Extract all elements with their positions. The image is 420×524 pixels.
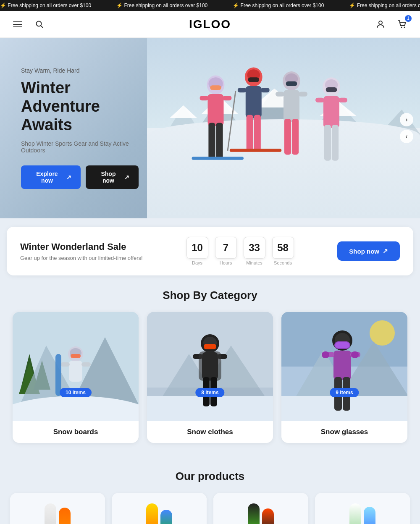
- board-shape-4b: [364, 507, 375, 524]
- board-shape-1a: [45, 503, 56, 524]
- clothes-badge: 8 items: [195, 388, 224, 396]
- hero-buttons: Explore now ↗ Shop now ↗: [21, 165, 139, 189]
- svg-rect-25: [192, 157, 244, 160]
- header-right: 1: [373, 17, 410, 32]
- hero-next-button[interactable]: ›: [400, 113, 413, 126]
- user-icon: [376, 20, 385, 29]
- svg-rect-31: [261, 87, 270, 92]
- svg-rect-46: [326, 87, 337, 92]
- svg-point-6: [401, 26, 402, 28]
- account-button[interactable]: [373, 17, 388, 32]
- hero-title: Winter Adventure Awaits: [21, 79, 139, 134]
- svg-rect-43: [292, 119, 299, 155]
- svg-rect-65: [81, 362, 91, 367]
- sale-title: Winter Wonderland Sale: [20, 241, 143, 252]
- svg-rect-78: [199, 351, 221, 381]
- svg-rect-33: [254, 115, 261, 151]
- days-label: Days: [186, 260, 208, 265]
- board-shape-3a: [248, 503, 260, 524]
- board-shape-4a: [349, 503, 361, 524]
- hamburger-icon: [13, 20, 22, 29]
- svg-point-83: [370, 320, 395, 346]
- board-shape-3b: [262, 508, 274, 524]
- svg-rect-40: [276, 92, 284, 96]
- logo[interactable]: IGLOO: [189, 18, 231, 31]
- svg-rect-42: [284, 119, 291, 155]
- board-display-3: [248, 499, 274, 524]
- announcement-text-3: ⚡ Free shipping on all orders over $100: [233, 3, 324, 8]
- seconds-label: Seconds: [272, 260, 294, 265]
- svg-rect-1: [13, 24, 22, 25]
- svg-rect-34: [230, 149, 282, 152]
- product-card-1[interactable]: [10, 493, 105, 524]
- countdown: 10 Days 7 Hours 33 Minutes 58 Seconds: [186, 237, 294, 265]
- glasses-scene-svg: [281, 312, 407, 421]
- countdown-hours: 7 Hours: [215, 237, 237, 265]
- snowboard-scene-svg: [13, 312, 139, 421]
- arrow-icon: ↗: [66, 174, 71, 181]
- board-shape-1b: [59, 508, 71, 524]
- hero-scene: [147, 38, 420, 218]
- svg-rect-94: [322, 351, 329, 358]
- sale-shop-button[interactable]: Shop now ↗: [337, 241, 400, 261]
- glasses-name: Snow glasses: [288, 428, 401, 436]
- svg-rect-74: [204, 344, 216, 349]
- svg-rect-62: [71, 354, 81, 358]
- countdown-minutes: 33 Minutes: [244, 237, 265, 265]
- search-icon: [35, 20, 44, 29]
- svg-rect-95: [351, 351, 359, 358]
- product-card-4[interactable]: [315, 493, 410, 524]
- clothes-scene: 8 items: [147, 312, 273, 421]
- cart-button[interactable]: 1: [395, 17, 410, 32]
- glasses-image: 9 items: [281, 312, 407, 421]
- svg-rect-2: [13, 26, 22, 27]
- days-number: 10: [186, 237, 208, 259]
- minutes-label: Minutes: [244, 260, 265, 265]
- sale-banner: Winter Wonderland Sale Gear up for the s…: [7, 227, 413, 275]
- menu-button[interactable]: [10, 17, 25, 32]
- category-card-clothes[interactable]: 8 items Snow clothes: [147, 312, 273, 443]
- minutes-number: 33: [244, 237, 265, 259]
- categories-title: Shop By Category: [0, 289, 420, 302]
- svg-rect-21: [200, 95, 209, 100]
- board-display-2: [146, 499, 172, 524]
- category-card-snowboards[interactable]: 10 items Snow boards: [13, 312, 139, 443]
- svg-rect-29: [246, 86, 262, 118]
- product-card-3[interactable]: [213, 493, 308, 524]
- clothes-scene-svg: [147, 312, 273, 421]
- product-img-2: [112, 493, 207, 524]
- svg-point-5: [379, 21, 382, 24]
- announcement-text-4: ⚡ Free shipping on all orders over $100: [349, 3, 420, 8]
- svg-rect-71: [147, 396, 273, 421]
- hero-prev-button[interactable]: ‹: [400, 130, 413, 143]
- snowboards-name: Snow boards: [19, 428, 132, 436]
- svg-rect-91: [333, 351, 351, 380]
- glasses-info: Snow glasses: [281, 421, 407, 443]
- clothes-name: Snow clothes: [154, 428, 266, 436]
- snowboards-info: Snow boards: [13, 421, 139, 443]
- svg-rect-50: [324, 125, 331, 161]
- svg-rect-20: [208, 94, 224, 126]
- svg-line-4: [41, 26, 43, 28]
- svg-rect-22: [223, 95, 232, 100]
- cart-badge-count: 1: [405, 15, 412, 22]
- shop-now-button[interactable]: Shop now ↗: [86, 165, 139, 189]
- hero-description: Shop Winter Sports Gear and Stay Active …: [21, 140, 139, 154]
- svg-rect-28: [248, 77, 259, 82]
- categories-grid: 10 items Snow boards: [0, 312, 420, 443]
- clothes-info: Snow clothes: [147, 421, 273, 443]
- product-card-2[interactable]: [112, 493, 207, 524]
- svg-rect-24: [216, 123, 223, 159]
- header-left: [10, 17, 47, 32]
- sale-btn-label: Shop now: [349, 248, 379, 255]
- countdown-days: 10 Days: [186, 237, 208, 265]
- sale-description: Gear up for the season with our limited-…: [20, 255, 143, 261]
- svg-rect-19: [210, 85, 221, 90]
- category-card-glasses[interactable]: 9 items Snow glasses: [281, 312, 407, 443]
- arrow-icon-2: ↗: [124, 174, 129, 181]
- explore-button[interactable]: Explore now ↗: [21, 165, 81, 189]
- search-button[interactable]: [32, 17, 47, 32]
- products-grid: [7, 493, 413, 524]
- snowboards-badge: 10 items: [60, 388, 92, 396]
- board-shape-2a: [146, 503, 158, 524]
